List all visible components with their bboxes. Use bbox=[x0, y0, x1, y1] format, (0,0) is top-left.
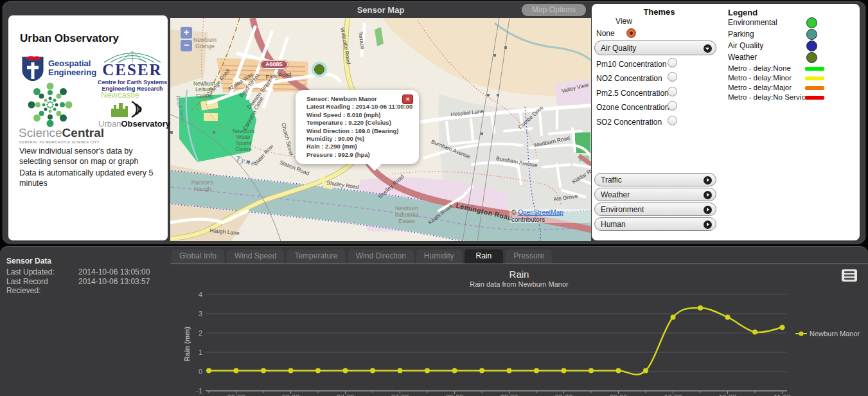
tab-rain[interactable]: Rain bbox=[465, 249, 504, 264]
chart-legend-label: Newburn Manor bbox=[810, 330, 860, 338]
theme-option-pm2-5-concentration[interactable]: Pm2.5 Concentration bbox=[596, 87, 722, 97]
option-radio[interactable] bbox=[668, 58, 677, 68]
themes-legend-panel: Themes View None Air Quality Pm10 Concen… bbox=[592, 4, 860, 240]
legend-item-metro-delay-minor: Metro - delay:Minor bbox=[728, 74, 856, 82]
legend-circle-swatch bbox=[806, 52, 817, 63]
option-radio[interactable] bbox=[668, 101, 677, 111]
svg-text:11:00: 11:00 bbox=[774, 393, 791, 396]
sensor-map[interactable]: Newburn GrangePark RoadAzalea WayGrange … bbox=[170, 18, 591, 241]
accordion-air-quality[interactable]: Air Quality bbox=[594, 40, 716, 55]
popup-tail bbox=[368, 164, 382, 171]
theme-option-none[interactable]: None bbox=[596, 27, 636, 37]
popup-line: Rain : 2.290 (mm) bbox=[306, 143, 412, 150]
svg-text:07:30: 07:30 bbox=[391, 393, 409, 396]
accordion-environment[interactable]: Environment bbox=[594, 203, 716, 216]
last-record-row: Last Record Recieved: 2014-10-06 13:03:5… bbox=[6, 277, 150, 295]
map-label-newburn-leisure-centre: Newburn Leisure Centre bbox=[188, 81, 220, 99]
legend-bar-swatch bbox=[805, 86, 824, 90]
svg-text:08:30: 08:30 bbox=[500, 393, 518, 396]
option-label: Pm2.5 Concentration bbox=[596, 89, 669, 98]
svg-text:07:00: 07:00 bbox=[337, 393, 355, 396]
svg-text:08:00: 08:00 bbox=[446, 393, 464, 396]
map-label-newburn-grange: Newburn Grange bbox=[188, 37, 222, 50]
geospatial-logo-line2: Engineering bbox=[48, 68, 96, 77]
option-label: Ozone Concentration bbox=[596, 103, 669, 112]
ceser-logo: CESER Centre for Earth Systems Engineeri… bbox=[96, 51, 169, 92]
science-central-wordmark: ScienceCentral bbox=[19, 126, 104, 140]
tab-humidity[interactable]: Humidity bbox=[416, 249, 462, 264]
option-radio[interactable] bbox=[668, 87, 677, 96]
uo-newcastle-text: Newcastle bbox=[101, 90, 170, 100]
series-marker-icon bbox=[795, 330, 807, 337]
popup-line: Latest Reading : 2014-10-06 11:00:00 bbox=[306, 103, 412, 111]
popup-close-button[interactable]: ✕ bbox=[402, 94, 413, 104]
chevron-right-icon bbox=[704, 191, 712, 199]
view-label: View bbox=[611, 17, 637, 26]
svg-text:Rain: Rain bbox=[509, 269, 529, 280]
legend-item-weather: Weather bbox=[728, 53, 856, 62]
chart-tabs: Global InfoWind SpeedTemperatureWind Dir… bbox=[172, 249, 552, 264]
tab-pressure[interactable]: Pressure bbox=[506, 249, 552, 264]
chart-export-menu-button[interactable] bbox=[842, 269, 857, 282]
accordion-traffic[interactable]: Traffic bbox=[594, 173, 716, 186]
svg-text:06:30: 06:30 bbox=[282, 393, 300, 396]
option-radio[interactable] bbox=[668, 116, 677, 125]
svg-text:0: 0 bbox=[199, 368, 202, 375]
map-attribution: © OpenStreetMap contributors bbox=[509, 209, 591, 223]
sensor-marker[interactable] bbox=[315, 65, 324, 75]
option-label: Pm10 Concentration bbox=[596, 60, 666, 69]
popup-line: Wind Speed : 8.010 (mph) bbox=[306, 111, 412, 119]
popup-line: Sensor: Newburn Manor bbox=[306, 95, 412, 103]
road-ref-badge: A6085 bbox=[260, 60, 288, 69]
legend-item-metro-delay-major: Metro - delay:Major bbox=[728, 84, 856, 91]
theme-option-ozone-concentration[interactable]: Ozone Concentration bbox=[596, 101, 722, 111]
science-central-tagline: CENTRAL TO NEWCASTLE SCIENCE CITY bbox=[19, 140, 100, 144]
science-central-starburst-icon bbox=[25, 82, 75, 127]
legend-item-air-quality: Air Quality bbox=[728, 41, 856, 50]
chevron-right-icon bbox=[704, 176, 712, 184]
legend-title: Legend bbox=[728, 8, 757, 17]
svg-text:-1: -1 bbox=[196, 387, 202, 395]
none-radio[interactable] bbox=[626, 28, 636, 38]
zoom-out-button[interactable]: − bbox=[180, 39, 193, 52]
svg-text:1: 1 bbox=[199, 348, 202, 356]
sensor-popup: Sensor: Newburn ManorLatest Reading : 20… bbox=[296, 90, 419, 164]
svg-text:10:30: 10:30 bbox=[719, 393, 737, 396]
popup-line: Pressure : 992.9 (hpa) bbox=[306, 151, 412, 159]
theme-option-no2-concentration[interactable]: NO2 Concentration bbox=[596, 72, 722, 82]
svg-text:09:00: 09:00 bbox=[555, 393, 573, 396]
openstreetmap-link[interactable]: OpenStreetMap bbox=[518, 209, 563, 216]
sensor-data-title: Sensor Data bbox=[6, 256, 51, 266]
city-radio-waves-icon bbox=[98, 100, 165, 118]
legend-bar-swatch bbox=[805, 96, 824, 100]
zoom-in-button[interactable]: + bbox=[180, 26, 193, 39]
last-updated-row: Last Updated: 2014-10-06 13:05:00 bbox=[6, 267, 150, 276]
description-line1: View individual sensor's data by selecti… bbox=[19, 147, 166, 166]
accordion-human[interactable]: Human bbox=[594, 217, 716, 231]
tab-global-info[interactable]: Global Info bbox=[172, 249, 224, 264]
legend-circle-swatch bbox=[806, 29, 817, 40]
svg-text:10:00: 10:00 bbox=[664, 393, 682, 396]
tab-wind-direction[interactable]: Wind Direction bbox=[348, 249, 414, 264]
theme-option-so2-concentration[interactable]: SO2 Concentration bbox=[596, 116, 722, 126]
svg-text:06:00: 06:00 bbox=[227, 393, 245, 396]
rain-chart: 43210-106:0006:3007:0007:3008:0008:3009:… bbox=[182, 266, 868, 396]
chevron-right-icon bbox=[704, 221, 712, 229]
legend-item-metro-delay-no-service: Metro - delay:No Service bbox=[728, 93, 856, 101]
last-updated-value: 2014-10-06 13:05:00 bbox=[78, 267, 150, 276]
popup-line: Wind Direction : 169.0 (Bearing) bbox=[306, 127, 412, 135]
map-options-button[interactable]: Map Options bbox=[522, 4, 586, 16]
uo-observatory-text: Observatory bbox=[121, 119, 170, 129]
chart-legend[interactable]: Newburn Manor bbox=[795, 330, 860, 338]
option-radio[interactable] bbox=[668, 72, 677, 82]
legend-item-parking: Parking bbox=[728, 30, 856, 39]
svg-text:Rain data from Newburn Manor: Rain data from Newburn Manor bbox=[470, 280, 569, 288]
option-label: NO2 Concentration bbox=[596, 74, 662, 83]
shield-icon bbox=[21, 55, 44, 81]
tab-temperature[interactable]: Temperature bbox=[287, 249, 345, 264]
theme-option-pm10-concentration[interactable]: Pm10 Concentration bbox=[596, 58, 722, 68]
urban-observatory-logo: Newcastle UrbanObservatory bbox=[98, 90, 170, 129]
tab-wind-speed[interactable]: Wind Speed bbox=[227, 249, 284, 264]
last-record-value: 2014-10-06 13:03:57 bbox=[78, 277, 150, 295]
accordion-weather[interactable]: Weather bbox=[594, 188, 716, 201]
